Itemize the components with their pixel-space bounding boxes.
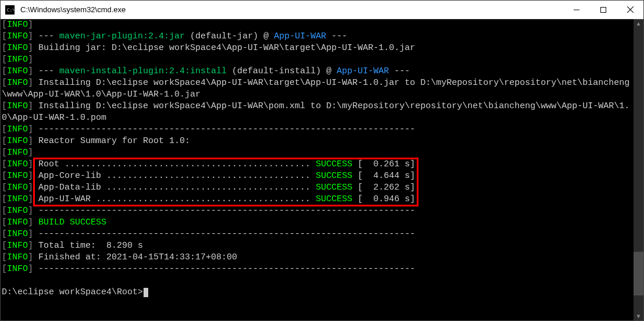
cursor (144, 288, 148, 297)
terminal-line: [INFO] Root ............................… (2, 159, 634, 170)
terminal-line: [INFO] --- maven-install-plugin:2.4:inst… (2, 66, 634, 77)
terminal-line: [INFO] Installing D:\eclipse workSpace4\… (2, 101, 634, 112)
terminal-line: [INFO] ---------------------------------… (2, 205, 634, 217)
terminal-line: [INFO] Building jar: D:\eclipse workSpac… (2, 42, 634, 54)
terminal-line: [INFO] ---------------------------------… (2, 124, 634, 135)
scroll-up-arrow[interactable]: ▲ (634, 19, 643, 29)
terminal-line: [INFO] App-Core-lib ....................… (2, 170, 634, 182)
svg-text:C:\: C:\ (7, 7, 14, 12)
terminal-line: [INFO] Reactor Summary for Root 1.0: (2, 135, 634, 147)
terminal-line: [INFO] Installing D:\eclipse workSpace4\… (2, 77, 634, 89)
scrollbar-track[interactable]: ▲ ▼ (634, 19, 643, 321)
terminal-line: [INFO] --- maven-jar-plugin:2.4:jar (def… (2, 31, 634, 42)
terminal-line: [INFO] App-UI-WAR ......................… (2, 194, 634, 205)
terminal-line: 0\App-UI-WAR-1.0.pom (2, 112, 634, 124)
terminal-line: [INFO] (2, 19, 634, 31)
terminal-content: [INFO][INFO] --- maven-jar-plugin:2.4:ja… (2, 19, 634, 298)
terminal-line: [INFO] ---------------------------------… (2, 229, 634, 240)
terminal-line: [INFO] (2, 54, 634, 66)
cmd-icon: C:\ (5, 5, 15, 15)
window-title: C:\Windows\system32\cmd.exe (19, 5, 563, 14)
terminal-line (2, 275, 634, 287)
window-titlebar: C:\ C:\Windows\system32\cmd.exe (1, 1, 643, 19)
scrollbar-thumb[interactable] (634, 252, 643, 295)
terminal-line: \www\App-UI-WAR\1.0\App-UI-WAR-1.0.jar (2, 89, 634, 101)
terminal-line: [INFO] (2, 147, 634, 159)
minimize-button[interactable] (563, 1, 590, 19)
terminal-line: [INFO] Total time: 8.290 s (2, 240, 634, 252)
maximize-button[interactable] (590, 1, 617, 19)
terminal-line: [INFO] App-Data-lib ....................… (2, 182, 634, 194)
terminal-line: [INFO] ---------------------------------… (2, 263, 634, 275)
terminal-output[interactable]: [INFO][INFO] --- maven-jar-plugin:2.4:ja… (1, 19, 643, 321)
terminal-line: [INFO] Finished at: 2021-04-15T14:33:17+… (2, 252, 634, 263)
scroll-down-arrow[interactable]: ▼ (634, 312, 643, 321)
terminal-line: [INFO] BUILD SUCCESS (2, 217, 634, 229)
close-button[interactable] (617, 1, 643, 19)
svg-rect-3 (601, 7, 606, 12)
terminal-line: D:\eclipse workSpace4\Root> (2, 287, 634, 298)
